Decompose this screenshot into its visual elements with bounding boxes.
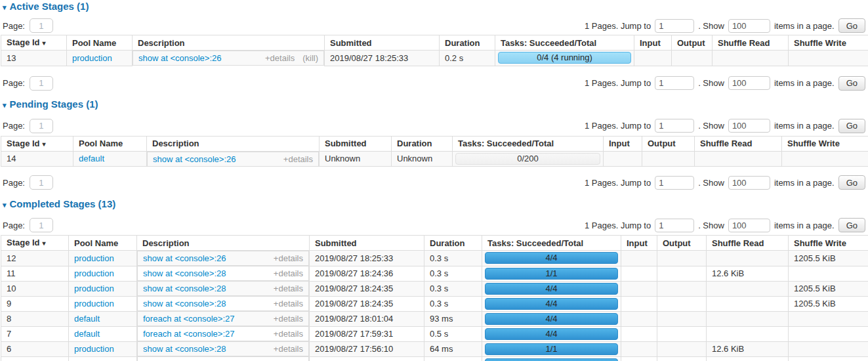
tasks-progress-bar: 1/1 [485,268,618,280]
details-link[interactable]: +details [265,53,295,63]
col-header-output[interactable]: Output [642,136,695,151]
col-header-duration[interactable]: Duration [440,35,495,51]
col-header-pool-name[interactable]: Pool Name [69,236,137,251]
show-label: . Show [698,221,724,230]
col-header-output[interactable]: Output [657,236,707,251]
pool-link[interactable]: default [74,329,100,339]
pages-count-text: 1 Pages. Jump to [585,121,651,131]
col-header-description[interactable]: Description [137,236,310,251]
stage-id-cell: 13 [1,51,67,66]
pool-link[interactable]: default [74,314,100,324]
description-link[interactable]: show at <console>:28 [143,283,226,294]
page-number-input[interactable] [30,76,53,91]
description-link[interactable]: foreach at <console>:27 [143,328,235,339]
col-header-shuffle-read[interactable]: Shuffle Read [713,35,789,51]
completed-stages-heading[interactable]: ▾Completed Stages (13) [0,198,868,210]
col-header-pool-name[interactable]: Pool Name [67,35,133,51]
description-link[interactable]: show at <console>:26 [153,154,236,165]
col-header-pool-name[interactable]: Pool Name [73,136,147,151]
pending-stages-heading[interactable]: ▾Pending Stages (1) [0,98,868,110]
active-stages-heading[interactable]: ▾Active Stages (1) [0,0,868,12]
jump-to-input[interactable] [655,176,694,190]
go-button[interactable]: Go [838,18,865,33]
col-header-shuffle-read[interactable]: Shuffle Read [707,236,789,251]
collapse-arrow-icon: ▾ [3,201,7,209]
pool-link[interactable]: production [74,344,114,354]
page-number-input[interactable] [30,18,53,33]
col-header-tasks-succeeded-total[interactable]: Tasks: Succeeded/Total [453,136,604,151]
col-header-submitted[interactable]: Submitted [310,236,424,251]
col-header-shuffle-write[interactable]: Shuffle Write [782,136,868,151]
description-link[interactable]: show at <console>:28 [143,358,226,361]
jump-to-input[interactable] [655,119,694,133]
go-button[interactable]: Go [838,76,865,91]
col-header-output[interactable]: Output [672,35,713,51]
go-button[interactable]: Go [838,218,865,232]
table-header-row: Stage Id▾Pool NameDescriptionSubmittedDu… [1,136,868,151]
pool-link[interactable]: production [72,53,112,63]
jump-to-input[interactable] [655,219,694,232]
col-header-submitted[interactable]: Submitted [325,35,440,51]
submitted-cell: 2019/08/27 17:56:10 [310,341,424,356]
show-count-input[interactable] [728,119,770,133]
page-number-input[interactable] [30,175,53,190]
col-header-shuffle-read[interactable]: Shuffle Read [695,136,782,151]
page-number-input[interactable] [30,218,53,232]
description-link[interactable]: foreach at <console>:27 [143,313,235,324]
col-header-shuffle-write[interactable]: Shuffle Write [789,35,868,51]
pool-cell: default [69,311,137,326]
kill-link[interactable]: (kill) [302,53,318,63]
pagination-bar: Page: 1 Pages. Jump to . Show items in a… [0,218,868,232]
col-header-shuffle-write[interactable]: Shuffle Write [789,236,868,251]
page-number-input[interactable] [30,119,53,133]
pool-link[interactable]: production [74,253,114,263]
col-header-stage-id[interactable]: Stage Id▾ [1,236,69,251]
details-link[interactable]: +details [274,329,303,339]
pages-count-text: 1 Pages. Jump to [585,178,651,188]
details-link[interactable]: +details [274,268,303,278]
description-link[interactable]: show at <console>:28 [143,268,226,279]
details-link[interactable]: +details [283,154,313,164]
active-stages-title: Active Stages (1) [10,1,89,12]
pool-link[interactable]: default [79,154,104,163]
pool-link[interactable]: production [74,299,114,308]
details-link[interactable]: +details [274,284,303,293]
show-count-input[interactable] [728,19,770,33]
pool-link[interactable]: production [74,268,114,278]
col-header-stage-id[interactable]: Stage Id▾ [1,136,73,151]
shuffle-read-cell: 12.6 KiB [707,266,789,281]
col-header-input[interactable]: Input [604,136,642,151]
col-header-description[interactable]: Description [133,35,325,51]
col-header-description[interactable]: Description [147,136,320,151]
col-header-input[interactable]: Input [621,236,657,251]
go-button[interactable]: Go [838,175,865,190]
show-count-input[interactable] [728,176,770,190]
go-button[interactable]: Go [838,119,865,133]
description-link[interactable]: show at <console>:26 [138,53,221,64]
jump-to-input[interactable] [655,76,694,90]
col-header-input[interactable]: Input [634,35,672,51]
jump-to-input[interactable] [655,19,694,33]
description-link[interactable]: show at <console>:28 [143,343,226,354]
show-count-input[interactable] [728,219,770,232]
show-count-input[interactable] [728,76,770,90]
col-header-tasks-succeeded-total[interactable]: Tasks: Succeeded/Total [482,236,621,251]
description-link[interactable]: show at <console>:26 [143,253,226,264]
duration-cell: Unknown [392,151,453,167]
details-link[interactable]: +details [274,314,303,324]
description-link[interactable]: show at <console>:28 [143,298,226,309]
pool-cell: default [69,326,137,341]
description-actions: +details [266,328,303,339]
details-link[interactable]: +details [274,299,303,308]
stage-id-cell: 9 [1,296,69,311]
details-link[interactable]: +details [274,344,303,354]
col-header-duration[interactable]: Duration [424,236,482,251]
col-header-stage-id[interactable]: Stage Id▾ [1,35,67,51]
details-link[interactable]: +details [274,253,303,263]
col-header-tasks-succeeded-total[interactable]: Tasks: Succeeded/Total [495,35,634,51]
col-header-duration[interactable]: Duration [392,136,453,151]
col-header-submitted[interactable]: Submitted [320,136,392,151]
collapse-arrow-icon: ▾ [3,101,7,109]
description-cell: show at <console>:26+details(kill) [133,51,324,66]
pool-link[interactable]: production [74,284,114,293]
